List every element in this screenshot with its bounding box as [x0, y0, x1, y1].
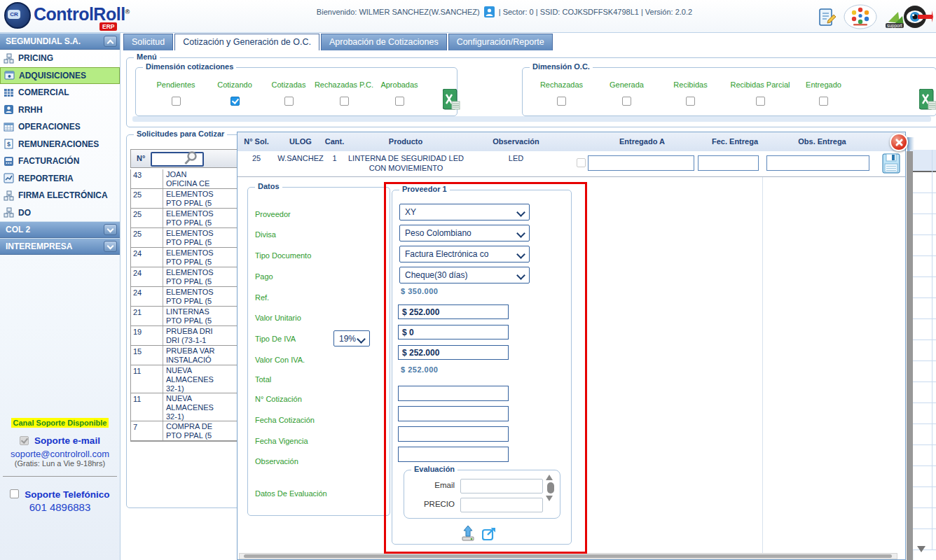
collapse-up-icon[interactable] [104, 36, 117, 47]
sidebar-item-remuneraciones[interactable]: $ REMUNERACIONES [0, 136, 120, 153]
scroll-down-icon[interactable] [546, 496, 553, 501]
save-icon[interactable] [882, 153, 900, 174]
erp-badge: ERP [99, 22, 117, 31]
checkbox-oc-entregado[interactable] [819, 97, 828, 106]
tab-cotizacion-generacion-oc[interactable]: Cotización y Generación de O.C. [174, 34, 319, 50]
modal-column-divider [762, 177, 763, 555]
svg-text:$: $ [7, 141, 11, 148]
excel-export-icon[interactable] [443, 89, 460, 110]
org-chart-icon [4, 190, 14, 201]
evaluacion-scrollbar[interactable] [546, 475, 555, 514]
col-cant: Cant. [319, 137, 350, 146]
cell-producto: LINTERNA DE SEGURIDAD LED CON MOVIEMIENT… [341, 153, 471, 174]
external-link-icon[interactable] [482, 526, 497, 541]
sidebar-group-col2[interactable]: COL 2 [0, 221, 120, 238]
scroll-thumb[interactable] [547, 482, 554, 493]
sidebar-item-rrhh[interactable]: RRHH [0, 102, 120, 119]
divisa-select[interactable]: Peso Colombiano [399, 225, 530, 241]
support-email-label: Soporte e-mail [34, 435, 100, 446]
user-icon[interactable] [484, 6, 495, 18]
label-tipo-de-iva: Tipo De IVA [255, 335, 296, 343]
support-label: support [886, 23, 904, 28]
label-pendientes: Pendientes [156, 80, 195, 89]
obs-entrega-input[interactable] [766, 155, 869, 171]
checkbox-oc-recibidas-parcial[interactable] [756, 97, 765, 106]
checkbox-oc-rechazadas[interactable] [557, 97, 566, 106]
support-divider [3, 476, 117, 477]
sidebar-group-interempresa[interactable]: INTEREMPRESA [0, 238, 120, 255]
col-n-sol: N° Sol. [239, 137, 274, 146]
entregado-a-input[interactable] [588, 155, 694, 171]
notes-icon[interactable] [818, 6, 837, 27]
sidebar-item-pricing[interactable]: PRICING [0, 50, 120, 67]
valor-unitario-input[interactable] [398, 304, 509, 319]
sidebar-item-comercial[interactable]: COMERCIAL [0, 84, 120, 102]
checkbox-pendientes[interactable] [172, 97, 181, 106]
fecha-cotizacion-input[interactable] [398, 406, 509, 421]
tipo-documento-select[interactable]: Factura Electrónica co [399, 246, 530, 262]
email-input[interactable] [460, 479, 543, 493]
n-cotizacion-input[interactable] [398, 386, 509, 401]
sidebar: SEGMUNDIAL S.A. PRICING ADQUISICIONES CO… [0, 33, 121, 560]
sidebar-item-firma-electronica[interactable]: FIRMA ELECTRÓNICA [0, 187, 120, 204]
checkbox-aprobadas[interactable] [395, 97, 404, 106]
checkbox-oc-recibidas[interactable] [686, 97, 695, 106]
observacion-input[interactable] [398, 447, 509, 462]
tab-solicitud[interactable]: Solicitud [123, 34, 173, 50]
sidebar-item-reporteria[interactable]: REPORTERIA [0, 170, 120, 188]
cloudpartner-icon[interactable] [844, 4, 877, 29]
sidebar-company-header[interactable]: SEGMUNDIAL S.A. [0, 33, 120, 50]
scroll-thumb[interactable] [244, 554, 892, 558]
excel-export-icon[interactable] [919, 89, 936, 110]
company-name: SEGMUNDIAL S.A. [6, 36, 81, 46]
modal-shadow [907, 151, 913, 560]
sidebar-item-facturacion[interactable]: FACTURACIÓN [0, 153, 120, 170]
modal-horizontal-scrollbar[interactable] [239, 553, 897, 559]
iva-select[interactable]: 19% [333, 330, 370, 346]
sidebar-item-do[interactable]: DO [0, 204, 120, 222]
precio-input[interactable] [460, 498, 543, 512]
org-chart-icon [4, 207, 14, 218]
valor-con-iva-input[interactable] [398, 345, 509, 360]
scroll-down-icon[interactable] [917, 546, 925, 552]
col-entregado-a: Entregado A [591, 137, 693, 146]
sidebar-item-adquisiciones[interactable]: ADQUISICIONES [0, 67, 120, 85]
label-ref: Ref. [255, 293, 269, 302]
controlroll-logo-icon: CR [4, 2, 31, 29]
scroll-up-icon[interactable] [546, 475, 553, 480]
pago-select[interactable]: Cheque(30 días) [399, 267, 530, 284]
expand-down-icon[interactable] [104, 224, 117, 235]
tab-bar: Solicitud Cotización y Generación de O.C… [123, 34, 553, 50]
col-obs-entrega: Obs. Entrega [778, 137, 866, 146]
checkbox-cotizando[interactable] [230, 97, 240, 106]
label-pago: Pago [255, 272, 273, 281]
tab-configuracion-reporte[interactable]: Configuración/Reporte [448, 34, 553, 50]
support-phone-label: Soporte Telefónico [25, 489, 109, 500]
fec-entrega-input[interactable] [698, 155, 759, 171]
search-icon[interactable] [183, 150, 200, 166]
datos-fieldset: Datos Proveedor Divisa Tipo Documento Pa… [247, 187, 390, 516]
sidebar-item-operaciones[interactable]: OPERACIONES [0, 118, 120, 136]
checkbox-rechazadas-pc[interactable] [340, 97, 349, 106]
support-phone-checkbox[interactable] [10, 489, 19, 498]
close-icon[interactable] [890, 133, 908, 151]
checkbox-oc-generada[interactable] [622, 97, 631, 106]
checkbox-cotizadas[interactable] [284, 97, 294, 106]
total-value: $ 252.000 [401, 365, 438, 374]
support-phone-number[interactable]: 601 4896883 [0, 501, 120, 513]
calculator-icon [4, 156, 14, 167]
support-email-address[interactable]: soporte@controlroll.com [0, 449, 120, 459]
iva-valor-input[interactable] [398, 325, 509, 340]
header-bar: CR ControlRoll® ERP Bienvenido: WILMER S… [0, 0, 936, 33]
datos-legend: Datos [255, 182, 282, 190]
row-checkbox[interactable] [577, 158, 586, 167]
tab-aprobacion-cotizaciones[interactable]: Aprobación de Cotizaciones [321, 34, 447, 50]
fecha-vigencia-input[interactable] [398, 426, 509, 442]
support-eye-icon[interactable]: support [884, 4, 933, 30]
support-banner: Canal Soporte Disponible [11, 418, 109, 428]
expand-down-icon[interactable] [104, 241, 117, 252]
menu-fieldset: Menú Dimensión cotizaciones Pendientes C… [126, 57, 936, 127]
support-email-checkbox[interactable] [20, 436, 29, 445]
proveedor-select[interactable]: XY [399, 204, 530, 220]
upload-icon[interactable] [461, 525, 476, 541]
